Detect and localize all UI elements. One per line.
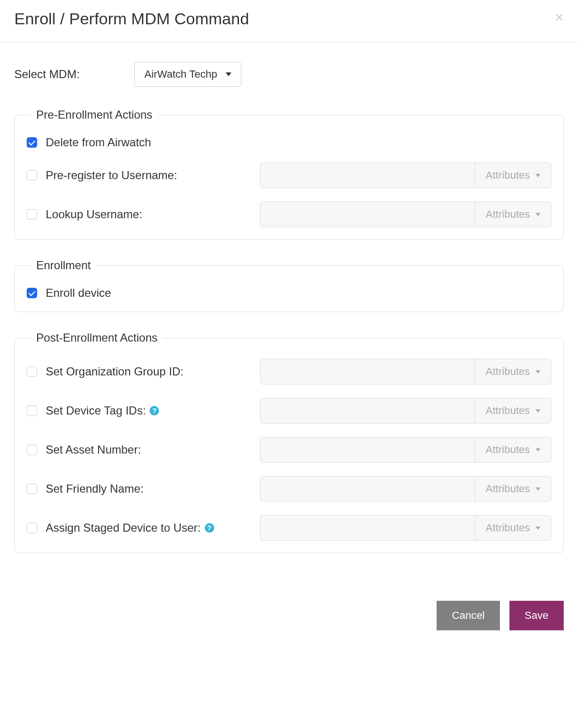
form-row: Pre-register to Username: Attributes <box>27 162 551 188</box>
attributes-dropdown[interactable]: Attributes <box>475 476 551 502</box>
close-icon[interactable]: × <box>555 10 564 25</box>
form-row: Set Organization Group ID: Attributes <box>27 359 551 384</box>
chevron-down-icon <box>536 448 540 452</box>
attributes-dropdown[interactable]: Attributes <box>475 162 551 188</box>
attributes-label: Attributes <box>486 483 530 495</box>
select-mdm-label: Select MDM: <box>14 68 80 81</box>
checkbox-wrap: Enroll device <box>27 286 260 300</box>
select-mdm-value: AirWatch Techp <box>144 68 217 81</box>
post-enrollment-fieldset: Post-Enrollment Actions Set Organization… <box>14 331 564 553</box>
attributes-label: Attributes <box>486 404 530 417</box>
set-device-tag-input[interactable] <box>260 398 475 424</box>
checkbox-label: Pre-register to Username: <box>46 169 177 182</box>
modal-footer: Cancel Save <box>0 586 578 645</box>
assign-staged-device-input[interactable] <box>260 515 475 541</box>
input-group: Attributes <box>260 437 551 463</box>
attributes-dropdown[interactable]: Attributes <box>475 398 551 424</box>
input-group: Attributes <box>260 162 551 188</box>
checkbox-wrap: Delete from Airwatch <box>27 136 260 149</box>
label-text: Assign Staged Device to User: <box>46 521 201 535</box>
form-row: Assign Staged Device to User: ? Attribut… <box>27 515 551 541</box>
checkbox-label: Set Friendly Name: <box>46 482 143 495</box>
label-text: Set Device Tag IDs: <box>46 404 146 417</box>
chevron-down-icon <box>536 487 540 491</box>
save-button[interactable]: Save <box>509 601 564 630</box>
chevron-down-icon <box>536 370 540 374</box>
attributes-label: Attributes <box>486 169 530 182</box>
input-group: Attributes <box>260 476 551 502</box>
form-row: Set Device Tag IDs: ? Attributes <box>27 398 551 424</box>
attributes-dropdown[interactable]: Attributes <box>475 437 551 463</box>
checkbox-wrap: Set Friendly Name: <box>27 482 260 495</box>
set-org-group-checkbox[interactable] <box>27 366 37 377</box>
set-org-group-input[interactable] <box>260 359 475 384</box>
checkbox-label: Enroll device <box>46 286 111 300</box>
form-row: Delete from Airwatch <box>27 136 551 149</box>
modal-title: Enroll / Perform MDM Command <box>14 10 249 28</box>
attributes-dropdown[interactable]: Attributes <box>475 202 551 227</box>
enrollment-legend: Enrollment <box>31 259 96 272</box>
modal-header: Enroll / Perform MDM Command × <box>0 0 578 43</box>
checkbox-label: Set Organization Group ID: <box>46 365 183 378</box>
input-group: Attributes <box>260 359 551 384</box>
set-friendly-name-checkbox[interactable] <box>27 484 37 494</box>
lookup-username-checkbox[interactable] <box>27 209 37 220</box>
pre-enrollment-legend: Pre-Enrollment Actions <box>31 108 157 121</box>
checkbox-label: Set Asset Number: <box>46 443 141 456</box>
attributes-label: Attributes <box>486 365 530 378</box>
set-device-tag-checkbox[interactable] <box>27 405 37 416</box>
checkbox-wrap: Lookup Username: <box>27 208 260 221</box>
attributes-label: Attributes <box>486 522 530 534</box>
delete-from-airwatch-checkbox[interactable] <box>27 137 37 148</box>
form-row: Set Friendly Name: Attributes <box>27 476 551 502</box>
help-icon[interactable]: ? <box>205 523 214 533</box>
set-friendly-name-input[interactable] <box>260 476 475 502</box>
checkbox-label: Set Device Tag IDs: ? <box>46 404 159 417</box>
checkbox-wrap: Set Organization Group ID: <box>27 365 260 378</box>
input-group: Attributes <box>260 515 551 541</box>
checkbox-label: Lookup Username: <box>46 208 142 221</box>
help-icon[interactable]: ? <box>149 406 159 415</box>
attributes-dropdown[interactable]: Attributes <box>475 515 551 541</box>
form-row: Set Asset Number: Attributes <box>27 437 551 463</box>
attributes-label: Attributes <box>486 208 530 221</box>
input-group: Attributes <box>260 398 551 424</box>
chevron-down-icon <box>536 174 540 177</box>
chevron-down-icon <box>536 526 540 530</box>
form-row: Enroll device <box>27 286 551 300</box>
set-asset-number-checkbox[interactable] <box>27 445 37 455</box>
select-mdm-dropdown[interactable]: AirWatch Techp <box>134 62 241 87</box>
pre-enrollment-fieldset: Pre-Enrollment Actions Delete from Airwa… <box>14 108 564 240</box>
pre-register-username-checkbox[interactable] <box>27 170 37 181</box>
modal-body: Select MDM: AirWatch Techp Pre-Enrollmen… <box>0 43 578 586</box>
lookup-username-input[interactable] <box>260 202 475 227</box>
checkbox-wrap: Set Device Tag IDs: ? <box>27 404 260 417</box>
cancel-button[interactable]: Cancel <box>437 601 499 630</box>
chevron-down-icon <box>536 409 540 413</box>
chevron-down-icon <box>226 72 231 76</box>
input-group: Attributes <box>260 202 551 227</box>
assign-staged-device-checkbox[interactable] <box>27 523 37 533</box>
checkbox-label: Delete from Airwatch <box>46 136 151 149</box>
set-asset-number-input[interactable] <box>260 437 475 463</box>
checkbox-wrap: Pre-register to Username: <box>27 169 260 182</box>
attributes-label: Attributes <box>486 444 530 456</box>
checkbox-wrap: Assign Staged Device to User: ? <box>27 521 260 535</box>
post-enrollment-legend: Post-Enrollment Actions <box>31 331 162 344</box>
checkbox-wrap: Set Asset Number: <box>27 443 260 456</box>
enroll-device-checkbox[interactable] <box>27 288 37 298</box>
select-mdm-row: Select MDM: AirWatch Techp <box>14 62 564 87</box>
checkbox-label: Assign Staged Device to User: ? <box>46 521 214 535</box>
form-row: Lookup Username: Attributes <box>27 202 551 227</box>
pre-register-username-input[interactable] <box>260 162 475 188</box>
enrollment-fieldset: Enrollment Enroll device <box>14 259 564 312</box>
attributes-dropdown[interactable]: Attributes <box>475 359 551 384</box>
chevron-down-icon <box>536 213 540 216</box>
